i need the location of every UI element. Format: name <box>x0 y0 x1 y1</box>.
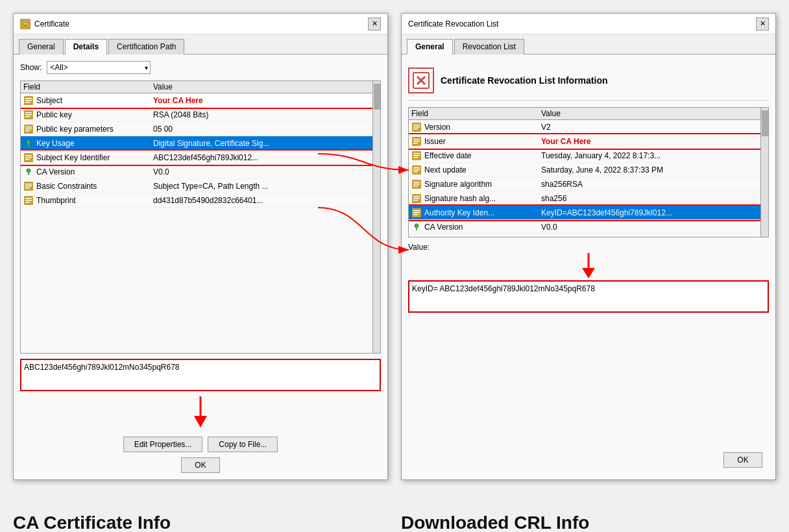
crl-col-value: Value <box>541 109 758 118</box>
svg-rect-35 <box>413 127 420 128</box>
svg-rect-16 <box>25 157 32 158</box>
svg-rect-43 <box>413 155 420 156</box>
cert-row-basicconstraints[interactable]: Basic Constraints Subject Type=CA, Path … <box>21 179 372 193</box>
svg-rect-59 <box>413 212 420 213</box>
cert-scrollbar[interactable] <box>372 81 380 353</box>
crl-row-nextupdate[interactable]: Next update Saturday, June 4, 2022 8:37:… <box>409 163 760 177</box>
crl-header-title: Certificate Revocation List Information <box>441 75 607 86</box>
crl-row-sigalg[interactable]: Signature algorithm sha256RSA <box>409 177 760 191</box>
crl-dialog: Certificate Revocation List ✕ General Re… <box>401 13 776 480</box>
cert-row-keyusage[interactable]: Key Usage Digital Signature, Certificate… <box>21 136 372 151</box>
crl-field-table: Field Value Version V2 Issu <box>408 107 769 237</box>
cert-field-keyusage: Key Usage <box>36 139 153 148</box>
cert-row-caversion[interactable]: CA Version V0.0 <box>21 165 372 179</box>
crl-value-nextupdate: Saturday, June 4, 2022 8:37:33 PM <box>541 165 758 175</box>
svg-rect-1 <box>25 98 32 99</box>
svg-rect-58 <box>413 210 420 212</box>
crl-value-caversion: V0.0 <box>541 223 758 232</box>
show-row: Show: <All> <box>20 61 381 74</box>
svg-rect-25 <box>25 198 32 199</box>
crl-header: Certificate Revocation List Information <box>408 61 769 101</box>
cert-row-ski[interactable]: Subject Key Identifier ABC123def456ghi78… <box>21 151 372 165</box>
cert-row-pubkey-params[interactable]: Public key parameters 05 00 <box>21 122 372 136</box>
cert-ok-row: OK <box>20 457 381 473</box>
crl-scrollbar[interactable] <box>760 108 768 237</box>
crl-row-version[interactable]: Version V2 <box>409 120 760 134</box>
crl-arrow-down <box>408 253 769 279</box>
svg-rect-7 <box>25 116 30 117</box>
cert-field-bc: Basic Constraints <box>36 182 153 191</box>
cert-value-thumb: dd431d87b5490d2832c66401... <box>153 196 370 205</box>
cert-row-pubkey[interactable]: Public key RSA (2048 Bits) <box>21 108 372 122</box>
tab-general[interactable]: General <box>19 39 64 54</box>
crl-value-box: KeyID= ABC123def456ghi789Jkl012mNo345pqR… <box>408 280 769 313</box>
crl-row-caversion[interactable]: CA Version V0.0 <box>409 220 760 234</box>
cert-field-caversion: CA Version <box>36 167 153 176</box>
svg-rect-17 <box>25 159 30 160</box>
svg-rect-6 <box>25 114 32 115</box>
crl-col-field: Field <box>411 109 541 118</box>
show-select[interactable]: <All> <box>47 61 151 74</box>
crl-value-issuer: Your CA Here <box>541 137 758 146</box>
crl-row-nextupdate-icon <box>411 165 422 175</box>
crl-field-sigalg: Signature algorithm <box>424 180 541 189</box>
svg-rect-44 <box>413 157 418 158</box>
tab-certpath[interactable]: Certification Path <box>108 39 184 54</box>
svg-rect-2 <box>25 100 32 101</box>
crl-field-caversion: CA Version <box>424 223 541 232</box>
svg-rect-13 <box>28 143 29 147</box>
svg-rect-55 <box>413 198 420 199</box>
crl-row-issuer[interactable]: Issuer Your CA Here <box>409 134 760 149</box>
crl-close-button[interactable]: ✕ <box>756 18 769 30</box>
cert-value-params: 05 00 <box>153 125 370 134</box>
cert-field-ski: Subject Key Identifier <box>36 153 153 162</box>
crl-row-issuer-icon <box>411 136 422 147</box>
svg-rect-52 <box>413 186 418 187</box>
crl-field-aki: Authority Key Iden... <box>424 208 541 217</box>
copy-to-file-button[interactable]: Copy to File... <box>208 437 278 452</box>
svg-rect-11 <box>25 130 30 132</box>
tab-crl-general[interactable]: General <box>407 39 453 54</box>
cert-field-inner: Field Value Subject Your CA Here <box>21 81 372 353</box>
cert-tabs: General Details Certification Path <box>14 34 387 54</box>
tab-revocation-list[interactable]: Revocation List <box>454 39 524 54</box>
crl-row-version-icon <box>411 122 422 132</box>
cert-value-ski: ABC123def456ghi789Jkl012... <box>153 153 370 162</box>
cert-ok-button[interactable]: OK <box>181 457 220 473</box>
cert-value-subject: Your CA Here <box>153 96 370 105</box>
crl-row-crlnumber[interactable]: CRL Number 0a <box>409 234 760 237</box>
cert-row-keyusage-icon <box>23 138 34 149</box>
svg-rect-42 <box>413 153 420 154</box>
cert-row-thumbprint[interactable]: Thumbprint dd431d87b5490d2832c66401... <box>21 193 372 208</box>
tab-details[interactable]: Details <box>65 39 107 54</box>
cert-row-icon <box>23 95 34 106</box>
edit-properties-button[interactable]: Edit Properties... <box>123 437 203 452</box>
cert-row-pubkey-icon <box>23 110 34 120</box>
svg-rect-38 <box>413 139 420 140</box>
crl-field-nextupdate: Next update <box>424 165 541 175</box>
cert-row-subject[interactable]: Subject Your CA Here <box>21 93 372 108</box>
crl-row-sighashalg[interactable]: Signature hash alg... sha256 <box>409 191 760 206</box>
bottom-label-right: Downloaded CRL Info <box>401 513 776 532</box>
crl-ok-button[interactable]: OK <box>723 452 762 468</box>
cert-field-table: Field Value Subject Your CA Here <box>20 80 381 354</box>
cert-field-pubkey: Public key <box>36 110 153 119</box>
bottom-label-left: CA Certificate Info <box>13 513 388 532</box>
crl-row-effdate[interactable]: Effective date Tuesday, January 4, 2022 … <box>409 149 760 163</box>
cert-row-bc-icon <box>23 181 34 191</box>
cert-table-header: Field Value <box>21 81 372 93</box>
crl-value-sighashalg: sha256 <box>541 194 758 203</box>
cert-col-field: Field <box>23 82 153 91</box>
cert-value-keyusage: Digital Signature, Certificate Sig... <box>153 139 370 148</box>
crl-row-aki[interactable]: Authority Key Iden... KeyID=ABC123def456… <box>409 206 760 220</box>
bottom-labels-row: CA Certificate Info Downloaded CRL Info <box>0 506 789 532</box>
svg-rect-15 <box>25 155 32 156</box>
svg-rect-51 <box>413 184 420 185</box>
svg-rect-19 <box>28 172 29 175</box>
crl-row-sigalg-icon <box>411 179 422 189</box>
cert-arrow-down <box>20 396 381 429</box>
cert-scroll-thumb <box>374 84 380 110</box>
crl-row-sighashalg-icon <box>411 193 422 204</box>
cert-close-button[interactable]: ✕ <box>368 18 381 30</box>
cert-row-caversion-icon <box>23 167 34 177</box>
